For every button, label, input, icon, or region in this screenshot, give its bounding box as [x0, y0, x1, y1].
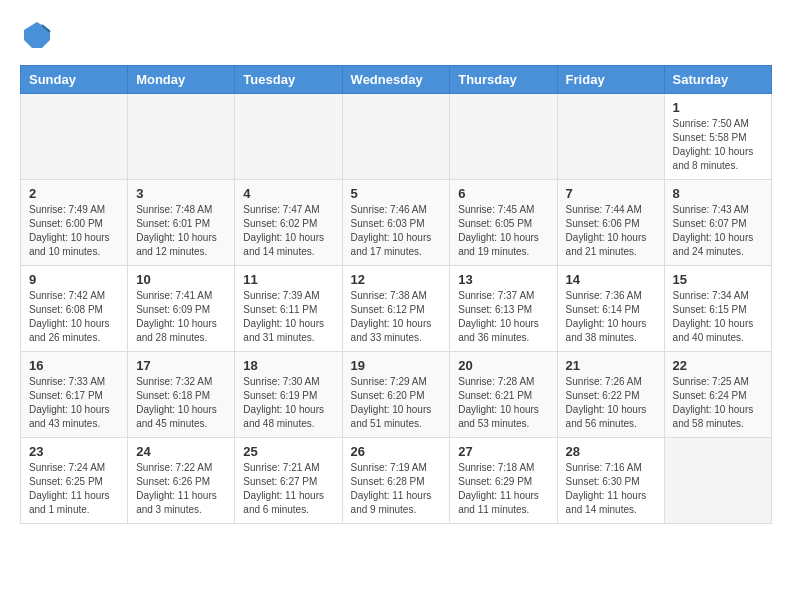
day-number: 5 — [351, 186, 442, 201]
page-header — [20, 20, 772, 55]
weekday-header-saturday: Saturday — [664, 66, 771, 94]
calendar-cell: 7Sunrise: 7:44 AM Sunset: 6:06 PM Daylig… — [557, 180, 664, 266]
weekday-header-friday: Friday — [557, 66, 664, 94]
calendar-cell: 19Sunrise: 7:29 AM Sunset: 6:20 PM Dayli… — [342, 352, 450, 438]
calendar-cell: 27Sunrise: 7:18 AM Sunset: 6:29 PM Dayli… — [450, 438, 557, 524]
day-number: 1 — [673, 100, 763, 115]
calendar-cell — [557, 94, 664, 180]
weekday-header-sunday: Sunday — [21, 66, 128, 94]
calendar-cell — [450, 94, 557, 180]
day-info: Sunrise: 7:48 AM Sunset: 6:01 PM Dayligh… — [136, 203, 226, 259]
day-number: 22 — [673, 358, 763, 373]
day-number: 21 — [566, 358, 656, 373]
calendar-week-1: 2Sunrise: 7:49 AM Sunset: 6:00 PM Daylig… — [21, 180, 772, 266]
svg-marker-0 — [24, 22, 50, 48]
day-info: Sunrise: 7:46 AM Sunset: 6:03 PM Dayligh… — [351, 203, 442, 259]
calendar-cell: 10Sunrise: 7:41 AM Sunset: 6:09 PM Dayli… — [128, 266, 235, 352]
day-info: Sunrise: 7:28 AM Sunset: 6:21 PM Dayligh… — [458, 375, 548, 431]
calendar-cell: 22Sunrise: 7:25 AM Sunset: 6:24 PM Dayli… — [664, 352, 771, 438]
calendar-cell: 18Sunrise: 7:30 AM Sunset: 6:19 PM Dayli… — [235, 352, 342, 438]
calendar-week-4: 23Sunrise: 7:24 AM Sunset: 6:25 PM Dayli… — [21, 438, 772, 524]
day-number: 2 — [29, 186, 119, 201]
day-info: Sunrise: 7:47 AM Sunset: 6:02 PM Dayligh… — [243, 203, 333, 259]
calendar-cell: 4Sunrise: 7:47 AM Sunset: 6:02 PM Daylig… — [235, 180, 342, 266]
day-info: Sunrise: 7:43 AM Sunset: 6:07 PM Dayligh… — [673, 203, 763, 259]
calendar-week-2: 9Sunrise: 7:42 AM Sunset: 6:08 PM Daylig… — [21, 266, 772, 352]
day-number: 8 — [673, 186, 763, 201]
day-number: 4 — [243, 186, 333, 201]
day-number: 27 — [458, 444, 548, 459]
day-number: 28 — [566, 444, 656, 459]
calendar-cell: 26Sunrise: 7:19 AM Sunset: 6:28 PM Dayli… — [342, 438, 450, 524]
day-number: 10 — [136, 272, 226, 287]
calendar-table: SundayMondayTuesdayWednesdayThursdayFrid… — [20, 65, 772, 524]
day-info: Sunrise: 7:50 AM Sunset: 5:58 PM Dayligh… — [673, 117, 763, 173]
day-info: Sunrise: 7:32 AM Sunset: 6:18 PM Dayligh… — [136, 375, 226, 431]
day-number: 23 — [29, 444, 119, 459]
calendar-cell: 15Sunrise: 7:34 AM Sunset: 6:15 PM Dayli… — [664, 266, 771, 352]
day-number: 20 — [458, 358, 548, 373]
calendar-cell: 11Sunrise: 7:39 AM Sunset: 6:11 PM Dayli… — [235, 266, 342, 352]
day-info: Sunrise: 7:16 AM Sunset: 6:30 PM Dayligh… — [566, 461, 656, 517]
calendar-cell: 3Sunrise: 7:48 AM Sunset: 6:01 PM Daylig… — [128, 180, 235, 266]
day-info: Sunrise: 7:49 AM Sunset: 6:00 PM Dayligh… — [29, 203, 119, 259]
calendar-cell: 25Sunrise: 7:21 AM Sunset: 6:27 PM Dayli… — [235, 438, 342, 524]
calendar-week-3: 16Sunrise: 7:33 AM Sunset: 6:17 PM Dayli… — [21, 352, 772, 438]
calendar-cell: 5Sunrise: 7:46 AM Sunset: 6:03 PM Daylig… — [342, 180, 450, 266]
calendar-cell — [21, 94, 128, 180]
calendar-cell: 12Sunrise: 7:38 AM Sunset: 6:12 PM Dayli… — [342, 266, 450, 352]
day-info: Sunrise: 7:25 AM Sunset: 6:24 PM Dayligh… — [673, 375, 763, 431]
day-number: 3 — [136, 186, 226, 201]
day-number: 6 — [458, 186, 548, 201]
day-info: Sunrise: 7:19 AM Sunset: 6:28 PM Dayligh… — [351, 461, 442, 517]
calendar-cell: 16Sunrise: 7:33 AM Sunset: 6:17 PM Dayli… — [21, 352, 128, 438]
calendar-cell: 6Sunrise: 7:45 AM Sunset: 6:05 PM Daylig… — [450, 180, 557, 266]
calendar-cell: 21Sunrise: 7:26 AM Sunset: 6:22 PM Dayli… — [557, 352, 664, 438]
day-info: Sunrise: 7:45 AM Sunset: 6:05 PM Dayligh… — [458, 203, 548, 259]
day-info: Sunrise: 7:33 AM Sunset: 6:17 PM Dayligh… — [29, 375, 119, 431]
logo — [20, 20, 52, 55]
day-info: Sunrise: 7:30 AM Sunset: 6:19 PM Dayligh… — [243, 375, 333, 431]
weekday-header-wednesday: Wednesday — [342, 66, 450, 94]
calendar-cell: 24Sunrise: 7:22 AM Sunset: 6:26 PM Dayli… — [128, 438, 235, 524]
calendar-cell: 8Sunrise: 7:43 AM Sunset: 6:07 PM Daylig… — [664, 180, 771, 266]
calendar-cell — [342, 94, 450, 180]
day-info: Sunrise: 7:36 AM Sunset: 6:14 PM Dayligh… — [566, 289, 656, 345]
day-info: Sunrise: 7:21 AM Sunset: 6:27 PM Dayligh… — [243, 461, 333, 517]
day-info: Sunrise: 7:39 AM Sunset: 6:11 PM Dayligh… — [243, 289, 333, 345]
day-number: 19 — [351, 358, 442, 373]
day-number: 17 — [136, 358, 226, 373]
day-number: 18 — [243, 358, 333, 373]
calendar-cell — [664, 438, 771, 524]
day-info: Sunrise: 7:44 AM Sunset: 6:06 PM Dayligh… — [566, 203, 656, 259]
day-info: Sunrise: 7:41 AM Sunset: 6:09 PM Dayligh… — [136, 289, 226, 345]
calendar-cell: 1Sunrise: 7:50 AM Sunset: 5:58 PM Daylig… — [664, 94, 771, 180]
day-info: Sunrise: 7:22 AM Sunset: 6:26 PM Dayligh… — [136, 461, 226, 517]
day-number: 24 — [136, 444, 226, 459]
day-number: 16 — [29, 358, 119, 373]
day-number: 12 — [351, 272, 442, 287]
calendar-cell — [128, 94, 235, 180]
day-info: Sunrise: 7:42 AM Sunset: 6:08 PM Dayligh… — [29, 289, 119, 345]
calendar-cell: 23Sunrise: 7:24 AM Sunset: 6:25 PM Dayli… — [21, 438, 128, 524]
day-number: 11 — [243, 272, 333, 287]
day-info: Sunrise: 7:26 AM Sunset: 6:22 PM Dayligh… — [566, 375, 656, 431]
weekday-header-thursday: Thursday — [450, 66, 557, 94]
calendar-cell: 14Sunrise: 7:36 AM Sunset: 6:14 PM Dayli… — [557, 266, 664, 352]
day-number: 15 — [673, 272, 763, 287]
calendar-cell — [235, 94, 342, 180]
day-number: 9 — [29, 272, 119, 287]
day-info: Sunrise: 7:24 AM Sunset: 6:25 PM Dayligh… — [29, 461, 119, 517]
calendar-cell: 9Sunrise: 7:42 AM Sunset: 6:08 PM Daylig… — [21, 266, 128, 352]
weekday-header-tuesday: Tuesday — [235, 66, 342, 94]
calendar-cell: 17Sunrise: 7:32 AM Sunset: 6:18 PM Dayli… — [128, 352, 235, 438]
day-info: Sunrise: 7:18 AM Sunset: 6:29 PM Dayligh… — [458, 461, 548, 517]
day-info: Sunrise: 7:29 AM Sunset: 6:20 PM Dayligh… — [351, 375, 442, 431]
day-number: 7 — [566, 186, 656, 201]
day-info: Sunrise: 7:34 AM Sunset: 6:15 PM Dayligh… — [673, 289, 763, 345]
day-info: Sunrise: 7:37 AM Sunset: 6:13 PM Dayligh… — [458, 289, 548, 345]
calendar-cell: 28Sunrise: 7:16 AM Sunset: 6:30 PM Dayli… — [557, 438, 664, 524]
calendar-week-0: 1Sunrise: 7:50 AM Sunset: 5:58 PM Daylig… — [21, 94, 772, 180]
day-number: 14 — [566, 272, 656, 287]
weekday-header-row: SundayMondayTuesdayWednesdayThursdayFrid… — [21, 66, 772, 94]
